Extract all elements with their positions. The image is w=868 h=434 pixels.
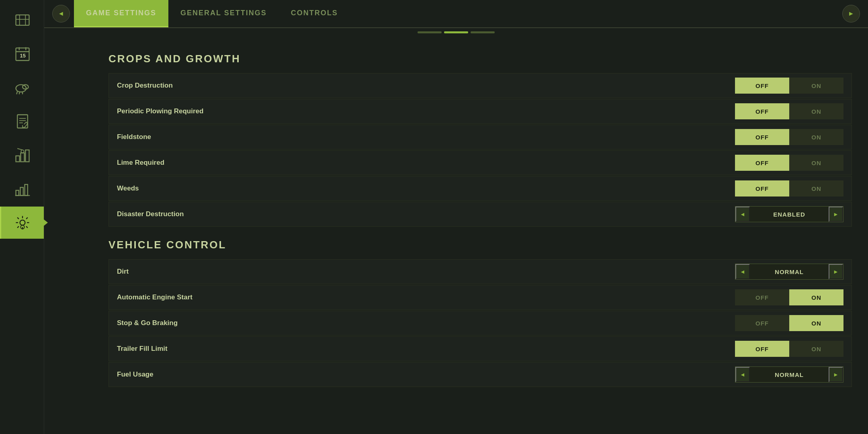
fieldstone-row: Fieldstone OFF ON [108,125,852,149]
sidebar-item-animals[interactable] [0,72,44,104]
periodic-plowing-row: Periodic Plowing Required OFF ON [108,99,852,124]
scroll-indicator [44,28,868,37]
stop-go-braking-row: Stop & Go Braking OFF ON [108,311,852,336]
content-area: CROPS AND GROWTH Crop Destruction OFF ON… [44,41,868,434]
svg-rect-0 [16,15,29,25]
svg-line-30 [26,226,28,228]
periodic-plowing-on[interactable]: ON [789,103,843,119]
svg-text:15: 15 [20,53,26,59]
stop-go-braking-toggle: OFF ON [735,315,843,331]
sidebar-item-contracts[interactable] [0,105,44,137]
settings-icon [14,214,31,231]
disaster-destruction-row: Disaster Destruction ◄ ENABLED ► Defines… [108,202,852,227]
fuel-usage-value: NORMAL [750,371,829,378]
svg-line-19 [17,149,23,150]
fieldstone-on[interactable]: ON [789,129,843,145]
auto-engine-start-label: Automatic Engine Start [117,293,735,301]
svg-line-8 [16,91,17,94]
auto-engine-start-toggle: OFF ON [735,289,843,305]
disaster-destruction-label: Disaster Destruction [117,210,735,218]
dirt-row: Dirt ◄ NORMAL ► [108,259,852,284]
sidebar-item-calendar[interactable]: 15 [0,38,44,70]
stop-go-braking-label: Stop & Go Braking [117,319,735,327]
lime-required-off[interactable]: OFF [735,155,789,171]
svg-rect-21 [20,187,23,195]
svg-rect-22 [25,184,28,196]
trailer-fill-limit-on[interactable]: ON [789,341,843,357]
disaster-destruction-next[interactable]: ► [829,207,843,222]
lime-required-toggle: OFF ON [735,155,843,171]
crop-destruction-on[interactable]: ON [789,78,843,94]
disaster-destruction-prev[interactable]: ◄ [735,207,750,222]
disaster-destruction-dropdown: ◄ ENABLED ► [735,206,843,222]
trailer-fill-limit-off[interactable]: OFF [735,341,789,357]
dirt-value: NORMAL [750,268,829,275]
disaster-destruction-value: ENABLED [750,211,829,218]
nav-tabs: GAME SETTINGS GENERAL SETTINGS CONTROLS [74,0,350,27]
auto-engine-start-row: Automatic Engine Start OFF ON [108,285,852,310]
nav-prev-button[interactable]: ◄ [52,5,70,23]
sidebar-item-map[interactable] [0,4,44,36]
dirt-next[interactable]: ► [829,264,843,279]
lime-required-on[interactable]: ON [789,155,843,171]
crop-destruction-row: Crop Destruction OFF ON [108,73,852,98]
weeds-row: Weeds OFF ON [108,176,852,201]
fuel-usage-prev[interactable]: ◄ [735,367,750,382]
svg-point-6 [16,85,27,92]
map-icon [14,11,31,29]
sidebar-item-stats[interactable] [0,173,44,205]
sidebar-item-production[interactable] [0,139,44,171]
stop-go-braking-off[interactable]: OFF [735,315,789,331]
weeds-label: Weeds [117,184,735,192]
weeds-on[interactable]: ON [789,180,843,197]
sidebar-item-settings[interactable] [0,207,44,239]
fuel-usage-row: Fuel Usage ◄ NORMAL ► [108,362,852,387]
svg-rect-16 [20,153,24,162]
svg-line-31 [26,217,28,219]
stop-go-braking-on[interactable]: ON [789,315,843,331]
vehicle-section-title: VEHICLE CONTROL [108,239,852,251]
dirt-label: Dirt [117,268,735,276]
main-area: ◄ GAME SETTINGS GENERAL SETTINGS CONTROL… [44,0,868,434]
trailer-fill-limit-label: Trailer Fill Limit [117,345,735,353]
weeds-toggle: OFF ON [735,180,843,197]
periodic-plowing-off[interactable]: OFF [735,103,789,119]
dirt-dropdown: ◄ NORMAL ► [735,264,843,280]
tab-general-settings[interactable]: GENERAL SETTINGS [168,0,279,27]
svg-point-24 [20,220,25,225]
fieldstone-label: Fieldstone [117,133,735,141]
sidebar: 15 [0,0,44,434]
trailer-fill-limit-row: Trailer Fill Limit OFF ON [108,336,852,361]
trailer-fill-limit-toggle: OFF ON [735,341,843,357]
dirt-prev[interactable]: ◄ [735,264,750,279]
nav-next-button[interactable]: ► [842,5,860,23]
svg-rect-15 [16,156,20,162]
tab-game-settings[interactable]: GAME SETTINGS [74,0,168,27]
top-navigation: ◄ GAME SETTINGS GENERAL SETTINGS CONTROL… [44,0,868,28]
fuel-usage-dropdown: ◄ NORMAL ► [735,366,843,383]
svg-line-32 [17,226,19,228]
fuel-usage-label: Fuel Usage [117,371,735,379]
fieldstone-toggle: OFF ON [735,129,843,145]
tab-controls[interactable]: CONTROLS [279,0,350,27]
crops-section-title: CROPS AND GROWTH [108,53,852,65]
periodic-plowing-label: Periodic Plowing Required [117,107,735,115]
periodic-plowing-toggle: OFF ON [735,103,843,119]
crop-destruction-off[interactable]: OFF [735,78,789,94]
weeds-off[interactable]: OFF [735,180,789,197]
lime-required-row: Lime Required OFF ON [108,150,852,175]
fieldstone-off[interactable]: OFF [735,129,789,145]
svg-rect-17 [25,150,29,162]
fuel-usage-next[interactable]: ► [829,367,843,382]
scroll-dot-3 [471,31,495,33]
scroll-dot-1 [418,31,442,33]
animals-icon [14,79,31,96]
calendar-icon: 15 [14,45,31,63]
auto-engine-start-on[interactable]: ON [789,289,843,305]
production-icon [14,146,31,164]
auto-engine-start-off[interactable]: OFF [735,289,789,305]
crop-destruction-toggle: OFF ON [735,78,843,94]
crop-destruction-label: Crop Destruction [117,82,735,90]
svg-line-9 [19,92,20,94]
lime-required-label: Lime Required [117,159,735,167]
